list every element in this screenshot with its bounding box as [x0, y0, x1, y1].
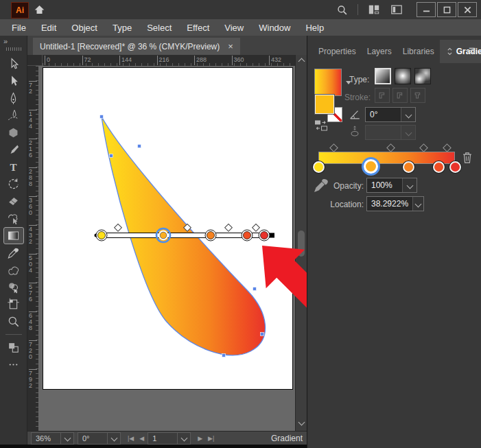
hamburger-icon[interactable]: ≡ — [469, 44, 476, 58]
document-tabbar: Untitled-1 [Recovered]* @ 36 % (CMYK/Pre… — [27, 36, 307, 55]
menu-item-object[interactable]: Object — [64, 23, 105, 33]
curvature-tool[interactable] — [3, 107, 24, 124]
aspect-ratio-field — [365, 125, 416, 140]
gradient-angle-field[interactable]: 0° — [365, 107, 416, 122]
gradient-midpoint-diamond[interactable] — [443, 143, 451, 152]
more-tools[interactable] — [3, 356, 24, 373]
titlebar-divider — [357, 4, 358, 15]
menu-item-edit[interactable]: Edit — [34, 23, 64, 33]
rotate-tool[interactable] — [3, 176, 24, 193]
rotation-select[interactable]: 0° — [78, 432, 121, 445]
search-icon[interactable] — [335, 3, 349, 16]
aspect-dropdown-icon — [401, 126, 415, 139]
current-tool-indicator: Gradient — [271, 434, 303, 443]
zoom-level-value: 36% — [32, 434, 60, 443]
shape-builder-tool[interactable] — [3, 279, 24, 296]
statusbar: 36% 0° |◀ ◀ 1 ▶ ▶| Gradient — [27, 431, 307, 445]
opacity-value: 100% — [367, 180, 402, 190]
gradient-midpoint-diamond[interactable] — [329, 143, 338, 152]
angle-dropdown-icon[interactable] — [401, 108, 415, 121]
gradient-stop[interactable] — [403, 161, 414, 173]
aspect-ratio-icon — [349, 126, 361, 141]
document-arrangement-icon[interactable] — [390, 3, 403, 16]
gradient-stop-selected[interactable] — [364, 159, 378, 174]
menu-item-file[interactable]: File — [4, 23, 34, 33]
freeform-gradient-button[interactable] — [414, 68, 431, 84]
opacity-label: Opacity: — [327, 181, 364, 191]
linear-gradient-button[interactable] — [375, 68, 391, 84]
zoom-tool[interactable] — [3, 313, 24, 330]
menu-item-window[interactable]: Window — [251, 23, 298, 33]
polygon-tool[interactable] — [3, 124, 24, 141]
reverse-gradient-icon[interactable] — [314, 119, 329, 134]
gradient-stop[interactable] — [313, 161, 325, 173]
rotation-dropdown-icon[interactable] — [107, 433, 120, 444]
tools-panel: » T — [0, 36, 27, 445]
app-logo-icon[interactable]: Ai — [11, 2, 29, 19]
menubar: FileEditObjectTypeSelectEffectViewWindow… — [0, 19, 481, 36]
panel-collapse-icon — [447, 47, 453, 56]
artboard-dropdown-icon[interactable] — [177, 433, 190, 444]
document-tab-title: Untitled-1 [Recovered]* @ 36 % (CMYK/Pre… — [40, 42, 220, 51]
gradient-preview-swatch[interactable] — [314, 69, 342, 96]
fill-stroke-indicator[interactable] — [3, 339, 24, 356]
canvas-overlay[interactable] — [27, 55, 307, 431]
selection-tool[interactable] — [3, 56, 24, 73]
toolbar-grip[interactable] — [6, 47, 21, 51]
last-artboard-icon[interactable]: ▶| — [208, 435, 214, 442]
panel-tab-properties[interactable]: Properties — [313, 40, 362, 63]
document-tab[interactable]: Untitled-1 [Recovered]* @ 36 % (CMYK/Pre… — [33, 38, 240, 55]
pen-tool[interactable] — [3, 90, 24, 107]
gradient-midpoint-diamond[interactable] — [387, 143, 396, 152]
stroke-along-button[interactable] — [392, 88, 408, 103]
minimize-button[interactable] — [417, 2, 436, 17]
stroke-label: Stroke: — [344, 93, 371, 102]
shaper-tool[interactable] — [3, 210, 24, 227]
tab-close-icon[interactable]: × — [228, 41, 233, 51]
stroke-within-button[interactable] — [375, 88, 390, 103]
toolbar-expand-icon[interactable]: » — [0, 36, 27, 45]
artboard-number-select[interactable]: 1 — [148, 432, 191, 445]
close-button[interactable] — [458, 2, 477, 17]
gradient-midpoint-diamond[interactable] — [419, 143, 428, 152]
delete-stop-icon[interactable] — [461, 151, 473, 167]
titlebar: Ai — [0, 0, 481, 19]
svg-text:T: T — [10, 162, 16, 173]
gradient-tool[interactable] — [3, 227, 24, 244]
zoom-dropdown-icon[interactable] — [60, 433, 73, 444]
opacity-field[interactable]: 100% — [366, 178, 417, 193]
type-tool[interactable]: T — [3, 158, 24, 176]
radial-gradient-button[interactable] — [395, 68, 411, 84]
panel-tab-layers[interactable]: Layers — [362, 40, 397, 63]
direct-selection-tool[interactable] — [3, 73, 24, 90]
stroke-across-button[interactable] — [410, 88, 425, 103]
gradient-stop[interactable] — [449, 161, 461, 173]
rotation-value: 0° — [78, 434, 107, 443]
menu-item-effect[interactable]: Effect — [179, 23, 217, 33]
first-artboard-icon[interactable]: |◀ — [128, 435, 134, 442]
opacity-dropdown-icon[interactable] — [402, 178, 417, 192]
fill-color-swatch[interactable] — [315, 95, 334, 114]
gradient-stop[interactable] — [433, 161, 445, 173]
menu-item-help[interactable]: Help — [298, 23, 331, 33]
right-panel: PropertiesLayersLibrariesGradient ≡ Type… — [307, 36, 481, 448]
location-dropdown-icon[interactable] — [412, 197, 423, 211]
next-artboard-icon[interactable]: ▶ — [198, 435, 202, 442]
paintbrush-tool[interactable] — [3, 141, 24, 158]
location-value: 38.2922% — [367, 199, 412, 209]
zoom-level-select[interactable]: 36% — [31, 432, 74, 445]
menu-item-view[interactable]: View — [217, 23, 251, 33]
workspace-switcher-icon[interactable] — [367, 3, 381, 16]
panel-tab-libraries[interactable]: Libraries — [397, 40, 440, 63]
menu-item-select[interactable]: Select — [139, 23, 179, 33]
menu-item-type[interactable]: Type — [105, 23, 139, 33]
blend-tool[interactable] — [3, 261, 24, 279]
eyedropper-tool[interactable] — [3, 244, 24, 261]
maximize-button[interactable] — [437, 2, 456, 17]
home-icon[interactable] — [32, 3, 47, 16]
artboard-tool[interactable] — [3, 296, 24, 313]
previous-artboard-icon[interactable]: ◀ — [139, 435, 144, 442]
eraser-tool[interactable] — [3, 193, 24, 210]
location-field[interactable]: 38.2922% — [366, 196, 424, 211]
artboard-number-value: 1 — [148, 434, 177, 443]
